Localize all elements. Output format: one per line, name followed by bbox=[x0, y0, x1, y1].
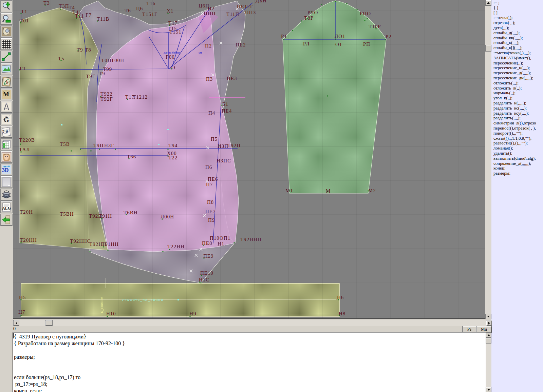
commands-scroll-thumb[interactable] bbox=[485, 45, 491, 52]
command-item[interactable]: отрезок( , ); bbox=[493, 20, 543, 25]
command-item[interactable]: симметрия_л((),отрезо bbox=[493, 121, 543, 126]
editor-line bbox=[14, 360, 486, 367]
command-item[interactable]: угол_к(,,); bbox=[493, 96, 543, 101]
zoom-in-icon[interactable] bbox=[0, 0, 13, 13]
command-item[interactable]: пересечение(,,); bbox=[493, 61, 543, 66]
3d-icon[interactable]: 3D bbox=[0, 163, 13, 176]
md-button[interactable]: Мд bbox=[476, 326, 492, 333]
model-photo-icon[interactable] bbox=[0, 151, 13, 163]
svg-text:ОП1: ОП1 bbox=[220, 235, 230, 241]
editor-line: рз_17:=рз_18; bbox=[14, 381, 486, 388]
editor-scroll-down[interactable] bbox=[486, 387, 491, 392]
command-item[interactable]: развести((),(),,,""); bbox=[493, 141, 543, 146]
command-item[interactable]: сплайн_к(,,,,); bbox=[493, 40, 543, 45]
command-item[interactable]: конец; bbox=[493, 166, 543, 171]
svg-text:Т220В: Т220В bbox=[19, 137, 35, 143]
pattern-curves-icon[interactable] bbox=[0, 76, 13, 88]
measurements-icon[interactable]: M bbox=[0, 88, 13, 100]
command-item[interactable]: ломаная(); bbox=[493, 146, 543, 151]
command-item[interactable]: нормаль(,,); bbox=[493, 91, 543, 96]
editor-scroll-thumb[interactable] bbox=[486, 338, 491, 344]
image-icon[interactable] bbox=[0, 63, 13, 75]
editor-scrollbar[interactable] bbox=[486, 332, 491, 392]
svg-text:Т8: Т8 bbox=[85, 47, 91, 53]
svg-text:П3: П3 bbox=[206, 76, 213, 82]
svg-text:П7: П7 bbox=[206, 182, 213, 187]
svg-text:Т8Р: Т8Р bbox=[304, 15, 314, 21]
editor-line: конец_если; bbox=[14, 388, 486, 392]
svg-text:Г7: Г7 bbox=[86, 12, 92, 18]
command-item[interactable]: [ ] bbox=[493, 11, 543, 16]
svg-text:Т5: Т5 bbox=[58, 56, 64, 61]
svg-text:Т5В: Т5В bbox=[60, 141, 70, 147]
command-item[interactable]: сплайн_д(,,,,); bbox=[493, 31, 543, 36]
commands-scrollbar[interactable] bbox=[485, 0, 491, 319]
command-item[interactable]: отложить_в(,,); bbox=[493, 86, 543, 91]
library-icon[interactable] bbox=[0, 189, 13, 201]
editor-scroll-up[interactable] bbox=[486, 332, 491, 338]
command-item[interactable]: размеры; bbox=[493, 171, 543, 176]
commands-scroll-up[interactable] bbox=[485, 0, 491, 6]
command-item[interactable]: пересечение_д(,,,,,); bbox=[493, 71, 543, 76]
svg-text:Н10: Н10 bbox=[106, 311, 116, 316]
rz-button[interactable]: Рз bbox=[462, 326, 476, 333]
svg-text:Р2: Р2 bbox=[386, 34, 392, 39]
algorithm-icon[interactable]: ALG bbox=[0, 201, 13, 213]
command-item[interactable]: перенос((),отрезок( , ), bbox=[493, 126, 543, 131]
text-list-icon[interactable] bbox=[0, 176, 13, 188]
command-item[interactable]: разделить_кс(,,,,); bbox=[493, 106, 543, 111]
command-item[interactable]: { } bbox=[493, 5, 543, 11]
commands-scroll-down[interactable] bbox=[485, 314, 491, 319]
svg-text:Т151Г: Т151Г bbox=[142, 12, 157, 17]
command-item[interactable]: разделить_н(,,,,,); bbox=[493, 101, 543, 106]
command-item[interactable]: дуга(,,,); bbox=[493, 25, 543, 31]
program-editor[interactable]: { 4319 Пуловер с пуговицами}{ Разработан… bbox=[13, 332, 486, 392]
svg-text:ППП: ППП bbox=[204, 11, 216, 16]
command-item[interactable]: разделить_ксу(,,,,); bbox=[493, 111, 543, 116]
command-item[interactable]: выполнить(dmod\.alg); bbox=[493, 156, 543, 161]
canvas-scroll-right[interactable] bbox=[486, 320, 492, 326]
commands-panel[interactable]: := ;{ }[ ]:=точка(,);отрезок( , );дуга(,… bbox=[491, 0, 543, 392]
svg-text:Т3: Т3 bbox=[43, 0, 50, 6]
segment-icon[interactable] bbox=[0, 51, 13, 63]
drawing-canvas[interactable]: Т1Т01Т3Т3ПТ4Т41Т11Г7Т11ВТ6Ц6Т16Т151ГХ1Т1… bbox=[13, 0, 485, 319]
svg-text:Т9: Т9 bbox=[77, 47, 83, 53]
command-item[interactable]: удалить(); bbox=[493, 151, 543, 156]
svg-text:Т10Р: Т10Р bbox=[369, 24, 381, 29]
command-item[interactable]: := ; bbox=[493, 0, 543, 5]
svg-text:ПЕ2: ПЕ2 bbox=[236, 42, 246, 47]
svg-text:ПЕ4: ПЕ4 bbox=[222, 108, 232, 114]
pattern-piece-icon[interactable] bbox=[0, 25, 13, 38]
command-item[interactable]: ЗАПИСАТЬ(имя=(), bbox=[493, 56, 543, 61]
canvas-hscrollbar[interactable] bbox=[13, 320, 491, 326]
command-item[interactable]: поворот((),,,""); bbox=[493, 131, 543, 136]
command-item[interactable]: :=метка(точка(,),,,,); bbox=[493, 51, 543, 56]
table-icon[interactable] bbox=[0, 138, 13, 151]
grading-icon[interactable]: G bbox=[0, 113, 13, 125]
svg-text:ПП3: ПП3 bbox=[245, 10, 256, 15]
command-item[interactable]: пересечение_дн(,,,,,); bbox=[493, 76, 543, 81]
command-item[interactable]: разделить(,,,,); bbox=[493, 116, 543, 121]
canvas-hscroll-thumb[interactable] bbox=[45, 320, 53, 326]
drafting-icon[interactable] bbox=[0, 101, 13, 113]
command-item[interactable]: сопряжение_д(,,,,,,); bbox=[493, 161, 543, 166]
svg-text:М: М bbox=[326, 188, 331, 194]
command-item[interactable]: пересечение_н(,,,,); bbox=[493, 65, 543, 71]
pattern-piece-sleeve[interactable] bbox=[283, 1, 386, 193]
exit-icon[interactable] bbox=[0, 214, 13, 226]
svg-text:Т94: Т94 bbox=[168, 143, 177, 148]
zoom-select-icon[interactable] bbox=[0, 13, 13, 25]
svg-text:Л00Н: Л00Н bbox=[161, 214, 174, 219]
command-item[interactable]: сжать((),,,1.1,0.9,""); bbox=[493, 136, 543, 141]
svg-text:Н9: Н9 bbox=[189, 311, 196, 316]
numbers-icon[interactable]: 7 8 bbox=[0, 126, 13, 138]
canvas-scroll-left[interactable] bbox=[13, 320, 19, 326]
svg-text:Т11В: Т11В bbox=[97, 16, 110, 22]
command-item[interactable]: :=точка(,); bbox=[493, 15, 543, 20]
svg-text:Н2: Н2 bbox=[208, 6, 214, 11]
command-item[interactable]: отложить(,,,); bbox=[493, 81, 543, 86]
command-item[interactable]: сплайн_к[](,,,,); bbox=[493, 45, 543, 51]
grid-icon[interactable] bbox=[0, 38, 13, 50]
svg-text:Т1: Т1 bbox=[21, 9, 27, 14]
command-item[interactable]: сплайн_кк(,,,,,); bbox=[493, 36, 543, 41]
